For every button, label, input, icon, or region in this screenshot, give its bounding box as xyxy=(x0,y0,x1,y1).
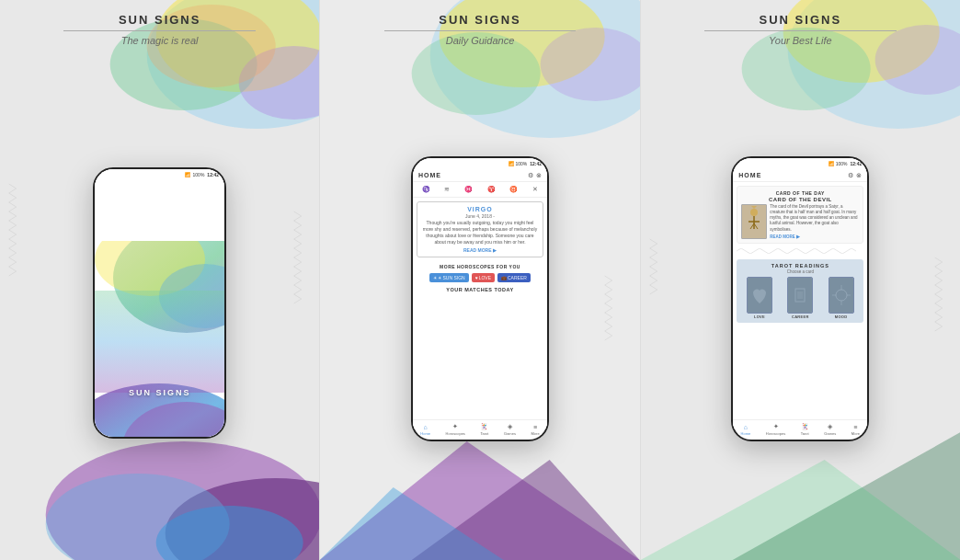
tarot-card-love-img xyxy=(747,277,772,314)
settings-icon-3[interactable]: ⚙ xyxy=(848,172,853,179)
nav-3-horoscopes[interactable]: ✦ Horoscopes xyxy=(766,423,785,429)
zodiac-aries[interactable]: ♈ xyxy=(486,185,497,194)
career-card-svg xyxy=(788,278,812,313)
nav-3-home[interactable]: ⌂ Home xyxy=(741,424,751,429)
nav-3-more-icon: ≡ xyxy=(853,424,857,429)
phone-3-content: HOME ⚙ ⊗ CARD OF THE DAY CARD OF THE DEV… xyxy=(733,169,867,429)
tarot-title: TAROT READINGS xyxy=(740,263,860,269)
nav-3-games-icon: ◈ xyxy=(828,423,832,429)
svg-marker-26 xyxy=(641,460,960,560)
nav-more[interactable]: ≡ More xyxy=(531,424,540,429)
nav-3-more[interactable]: ≡ More xyxy=(851,424,860,429)
horoscope-buttons: ☀ ☀ SUN SIGN ♥ LOVE 💼 CAREER xyxy=(413,271,547,284)
love-card-svg xyxy=(748,278,771,313)
phone-2-body: 📶 100% 12:42 HOME ⚙ ⊗ ♑ ≋ xyxy=(411,156,549,441)
panel-1: SUN SIGNS The magic is real 📶 100% 12:42 xyxy=(0,0,319,560)
signal-icon: 📶 xyxy=(185,172,190,177)
zodiac-tabs: ♑ ≋ ♓ ♈ ♉ ✕ xyxy=(413,182,547,198)
panel-3-divider xyxy=(704,30,896,31)
home-title-3: HOME xyxy=(738,172,761,178)
phone-3-bottom-nav: ⌂ Home ✦ Horoscopes 🃏 Tarot ◈ Games xyxy=(733,419,867,429)
horoscope-date: June 4, 2018 - xyxy=(421,213,539,219)
zigzag-divider xyxy=(733,247,867,256)
zodiac-taurus[interactable]: ♉ xyxy=(508,185,520,194)
phone-1-body: 📶 100% 12:42 xyxy=(93,167,226,439)
your-matches-label: YOUR MATCHES TODAY xyxy=(413,284,547,295)
phone-2-content: HOME ⚙ ⊗ ♑ ≋ ♓ ♈ ♉ ✕ xyxy=(413,169,547,429)
svg-marker-18 xyxy=(320,441,639,560)
nav-3-horoscopes-icon: ✦ xyxy=(773,423,779,429)
battery-icon: 100% xyxy=(193,172,205,177)
career-button[interactable]: 💼 CAREER xyxy=(497,273,531,282)
card-devil-image xyxy=(741,204,767,239)
settings-icon[interactable]: ⚙ xyxy=(528,172,533,179)
phone-2-screen: 📶 100% 12:42 HOME ⚙ ⊗ ♑ ≋ xyxy=(413,158,547,429)
horoscope-sign: VIRGO xyxy=(421,206,539,212)
panel-2-app-title: SUN SIGNS xyxy=(439,13,521,27)
svg-marker-25 xyxy=(732,432,960,560)
card-text-area: The card of the Devil portrays a Satyr, … xyxy=(770,204,859,239)
card-of-day-header: CARD OF THE DAY xyxy=(741,190,859,196)
nav-games[interactable]: ◈ Games xyxy=(504,423,516,429)
user-icon-3[interactable]: ⊗ xyxy=(856,172,862,179)
nav-3-games[interactable]: ◈ Games xyxy=(824,423,836,429)
phone-3-status-bar: 📶 100% 12:42 xyxy=(733,158,867,169)
card-read-more[interactable]: READ MORE ▶ xyxy=(770,234,859,239)
phone-1-bottom-bar: ⬡ □ ← xyxy=(95,437,224,439)
horoscope-text: Though you're usually outgoing, today yo… xyxy=(421,220,539,246)
panel-2-header: SUN SIGNS Daily Guidance xyxy=(320,0,639,74)
nav-3-tarot-icon: 🃏 xyxy=(801,423,809,429)
clock-3: 12:42 xyxy=(851,161,863,166)
card-of-day-section: CARD OF THE DAY CARD OF THE DEVIL xyxy=(737,186,863,244)
tarot-cards-row: LOVE xyxy=(740,277,860,319)
nav-horoscopes[interactable]: ✦ Horoscopes xyxy=(446,423,465,429)
home-title: HOME xyxy=(418,172,441,178)
panel-2-phone: 📶 100% 12:42 HOME ⚙ ⊗ ♑ ≋ xyxy=(411,156,549,441)
home-header-3: HOME ⚙ ⊗ xyxy=(733,169,867,182)
tarot-card-career-img xyxy=(787,277,813,314)
zodiac-aquarius[interactable]: ≋ xyxy=(442,185,451,194)
phone-3-body: 📶 100% 12:42 HOME ⚙ ⊗ CARD OF THE DAY xyxy=(731,156,869,441)
nav-tarot[interactable]: 🃏 Tarot xyxy=(480,423,488,429)
svg-point-6 xyxy=(166,478,320,560)
zodiac-capricorn[interactable]: ♑ xyxy=(420,185,432,194)
nav-3-tarot[interactable]: 🃏 Tarot xyxy=(801,423,809,429)
tarot-subtitle: Choose a card xyxy=(740,269,860,274)
panel-1-divider xyxy=(63,30,255,31)
panel-1-app-title: SUN SIGNS xyxy=(119,13,201,27)
signal-icon-2: 📶 100% xyxy=(509,161,527,166)
nav-home[interactable]: ⌂ Home xyxy=(420,424,430,429)
phone-2-bottom-nav: ⌂ Home ✦ Horoscopes 🃏 Tarot ◈ Games xyxy=(413,419,547,429)
love-button[interactable]: ♥ LOVE xyxy=(472,273,495,282)
horoscope-read-more[interactable]: READ MORE ▶ xyxy=(421,247,539,253)
panel-3-app-title: SUN SIGNS xyxy=(760,13,842,27)
svg-point-28 xyxy=(750,209,758,216)
phone-1-screen: 📶 100% 12:42 xyxy=(95,169,224,437)
card-description: The card of the Devil portrays a Satyr, … xyxy=(770,204,859,233)
svg-point-5 xyxy=(46,441,320,560)
tarot-card-love[interactable]: LOVE xyxy=(747,277,772,319)
signal-icon-3: 📶 100% xyxy=(829,161,847,166)
svg-marker-20 xyxy=(320,487,504,560)
zigzag-svg xyxy=(737,248,856,254)
panel-2: SUN SIGNS Daily Guidance 📶 100% 12:42 HO… xyxy=(319,0,640,560)
user-icon[interactable]: ⊗ xyxy=(536,172,542,179)
more-horoscopes-label: MORE HOROSCOPES FOR YOU xyxy=(413,261,547,271)
phone-2-status-bar: 📶 100% 12:42 xyxy=(413,158,547,169)
card-of-day-title: CARD OF THE DEVIL xyxy=(741,197,859,202)
tarot-card-mood-img xyxy=(829,277,854,314)
tarot-card-career[interactable]: CAREER xyxy=(787,277,813,319)
nav-more-icon: ≡ xyxy=(533,424,537,429)
card-body: The card of the Devil portrays a Satyr, … xyxy=(741,204,859,239)
panel-2-tagline: Daily Guidance xyxy=(446,35,515,46)
panel-3-header: SUN SIGNS Your Best Life xyxy=(641,0,960,74)
home-header-icons-3: ⚙ ⊗ xyxy=(848,172,862,179)
zodiac-gemini[interactable]: ✕ xyxy=(531,185,540,194)
sun-sign-button[interactable]: ☀ ☀ SUN SIGN xyxy=(429,273,469,282)
nav-home-icon: ⌂ xyxy=(423,424,427,429)
zodiac-pisces[interactable]: ♓ xyxy=(463,185,474,194)
tarot-card-mood[interactable]: MOOD xyxy=(829,277,854,319)
nav-horoscopes-icon: ✦ xyxy=(452,423,458,429)
phone-1-content: SUN SIGNS xyxy=(95,180,224,437)
clock-2: 12:42 xyxy=(530,161,542,166)
